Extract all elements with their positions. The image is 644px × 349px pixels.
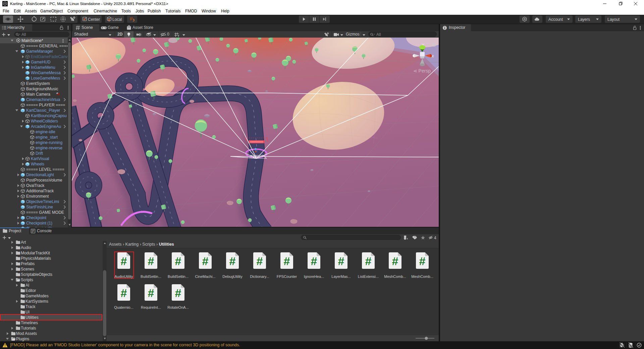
svg-text:4: 4 <box>434 236 436 240</box>
svg-text:⋖ Persp: ⋖ Persp <box>413 68 431 73</box>
svg-text:x: x <box>432 53 434 58</box>
